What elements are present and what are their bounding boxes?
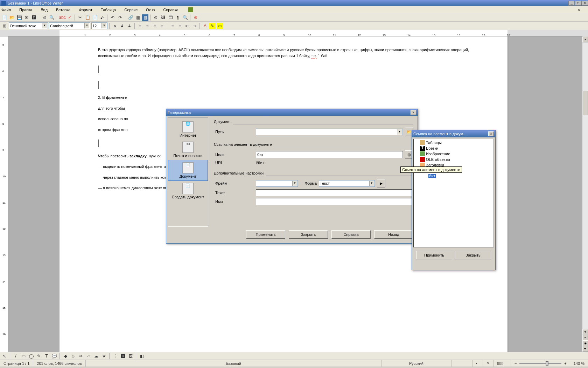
name-input[interactable] — [256, 198, 413, 205]
menu-file[interactable]: Файл — [1, 8, 15, 12]
form-combo[interactable]: ▼ — [319, 180, 375, 187]
callout-icon[interactable]: 💬 — [51, 353, 57, 359]
tree-tables[interactable]: Таблицы — [414, 140, 493, 145]
nav-icon[interactable]: ◉ — [582, 340, 588, 346]
menu-window[interactable]: Окно — [146, 8, 159, 12]
grid-toggle-icon[interactable]: ▦ — [142, 14, 148, 21]
print-icon[interactable]: 🖨 — [41, 14, 48, 21]
ellipse-icon[interactable]: ◯ — [28, 353, 34, 359]
doc-close-button[interactable]: × — [575, 7, 582, 13]
target-close-button[interactable]: Закрыть — [455, 251, 491, 259]
status-page[interactable]: Страница 1 / 1 — [0, 360, 33, 367]
bold-icon[interactable]: a — [112, 23, 118, 29]
bgcolor-icon[interactable]: ▭ — [217, 23, 223, 29]
next-page-icon[interactable]: ⏷ — [582, 346, 588, 352]
target-tree[interactable]: Таблицы TВрезки Изображение OLE-объекты … — [413, 139, 494, 247]
zoom-value[interactable]: 140 % — [570, 360, 588, 367]
help-icon[interactable]: ⊕ — [192, 14, 199, 21]
extrusion-icon[interactable]: ◧ — [139, 353, 145, 359]
paragraph-style-combo[interactable]: ▼ — [9, 22, 48, 29]
from-file-icon[interactable]: 🖼 — [127, 353, 134, 359]
type-newdoc[interactable]: 📄Создать документ — [168, 181, 208, 201]
path-combo[interactable]: ▼ — [256, 129, 403, 135]
update-icon[interactable] — [188, 7, 193, 12]
target-input[interactable] — [256, 151, 403, 158]
text-input[interactable] — [256, 189, 413, 196]
gallery-icon[interactable]: 🖼 — [160, 14, 166, 21]
vertical-scrollbar[interactable]: ▲ ▼ ⏶ ◉ ⏷ — [582, 36, 588, 352]
type-internet[interactable]: 🌐Интернет — [168, 119, 208, 139]
zoom-in-icon[interactable]: + — [564, 361, 566, 366]
email-icon[interactable]: ✉ — [23, 14, 30, 21]
select-icon[interactable]: ↖ — [1, 353, 8, 359]
close-button[interactable]: Закрыть — [289, 230, 328, 239]
menu-tools[interactable]: Сервис — [124, 8, 142, 12]
undo-icon[interactable]: ↶ — [110, 14, 116, 21]
redo-icon[interactable]: ↷ — [117, 14, 123, 21]
underline-icon[interactable]: A — [126, 23, 133, 29]
tree-images[interactable]: Изображение — [414, 151, 493, 157]
hyperlink-icon[interactable]: 🔗 — [127, 14, 134, 21]
table-icon[interactable]: ▦ — [135, 14, 141, 21]
apply-button[interactable]: Применить — [246, 230, 285, 239]
menu-edit[interactable]: Правка — [19, 8, 36, 12]
tree-frames[interactable]: TВрезки — [414, 145, 493, 151]
align-right-icon[interactable]: ≡ — [152, 23, 158, 29]
status-style[interactable]: Базовый — [86, 360, 382, 367]
scroll-down-icon[interactable]: ▼ — [582, 329, 588, 335]
target-dialog-close-icon[interactable]: × — [488, 131, 494, 136]
open-icon[interactable]: 📂 — [9, 14, 15, 21]
save-icon[interactable]: 💾 — [16, 14, 22, 21]
status-insert[interactable] — [451, 360, 472, 367]
zoom-icon[interactable]: 🔍 — [182, 14, 188, 21]
new-icon[interactable]: 📄 — [1, 14, 8, 21]
copy-icon[interactable]: 📋 — [84, 14, 91, 21]
styles-icon[interactable]: ⊞ — [1, 23, 8, 29]
target-apply-button[interactable]: Применить — [416, 251, 452, 259]
prev-page-icon[interactable]: ⏶ — [582, 335, 588, 341]
star-shapes-icon[interactable]: ★ — [101, 353, 107, 359]
menu-insert[interactable]: Вставка — [56, 8, 75, 12]
align-left-icon[interactable]: ≡ — [137, 23, 143, 29]
pdf-icon[interactable]: 🅿 — [31, 14, 37, 21]
menu-table[interactable]: Таблица — [101, 8, 120, 12]
type-document[interactable]: 📄Документ — [168, 160, 208, 181]
format-paint-icon[interactable]: 🖌 — [99, 14, 105, 21]
zoom-slider[interactable] — [519, 363, 561, 364]
font-color-icon[interactable]: A — [202, 23, 208, 29]
tree-bookmark-bit[interactable]: бит — [414, 173, 493, 178]
menu-format[interactable]: Формат — [79, 8, 97, 12]
status-signature[interactable]: ✎ — [483, 360, 493, 367]
italic-icon[interactable]: A — [119, 23, 125, 29]
numbered-list-icon[interactable]: ≡ — [169, 23, 176, 29]
type-mail[interactable]: ✉Почта и новости — [168, 139, 208, 160]
events-button[interactable]: ▶ — [377, 179, 385, 188]
align-justify-icon[interactable]: ≡ — [159, 23, 165, 29]
align-center-icon[interactable]: ≡ — [144, 23, 150, 29]
scroll-thumb[interactable] — [583, 91, 588, 115]
minimize-button[interactable]: _ — [568, 1, 575, 6]
datasource-icon[interactable]: 🗔 — [167, 14, 174, 21]
hyperlink-dialog-titlebar[interactable]: Гиперссылка × — [166, 109, 418, 116]
spellcheck-icon[interactable]: abc — [59, 14, 65, 21]
basic-shapes-icon[interactable]: ◆ — [62, 353, 69, 359]
help-button[interactable]: Справка — [331, 230, 371, 239]
callout-shapes-icon[interactable]: ☁ — [93, 353, 99, 359]
fontwork-icon[interactable]: 🅰 — [120, 353, 126, 359]
symbol-shapes-icon[interactable]: ☺ — [70, 353, 76, 359]
arrow-shapes-icon[interactable]: ⇨ — [78, 353, 84, 359]
close-button[interactable]: × — [582, 1, 588, 6]
font-name-combo[interactable]: ▼ — [49, 22, 90, 29]
freeform-icon[interactable]: ✎ — [36, 353, 42, 359]
preview-icon[interactable]: 🔍 — [49, 14, 55, 21]
rect-icon[interactable]: ▭ — [20, 353, 27, 359]
increase-indent-icon[interactable]: ⇥ — [191, 23, 198, 29]
status-selection[interactable]: ▪ — [472, 360, 483, 367]
menu-help[interactable]: Справка — [163, 8, 182, 12]
flowchart-icon[interactable]: ▱ — [85, 353, 92, 359]
nonprint-icon[interactable]: ¶ — [175, 14, 181, 21]
frame-combo[interactable]: ▼ — [256, 180, 298, 187]
scroll-up-icon[interactable]: ▲ — [582, 36, 588, 42]
bullet-list-icon[interactable]: ≡ — [177, 23, 183, 29]
vertical-ruler[interactable]: 5678910111213141516 — [0, 36, 9, 352]
